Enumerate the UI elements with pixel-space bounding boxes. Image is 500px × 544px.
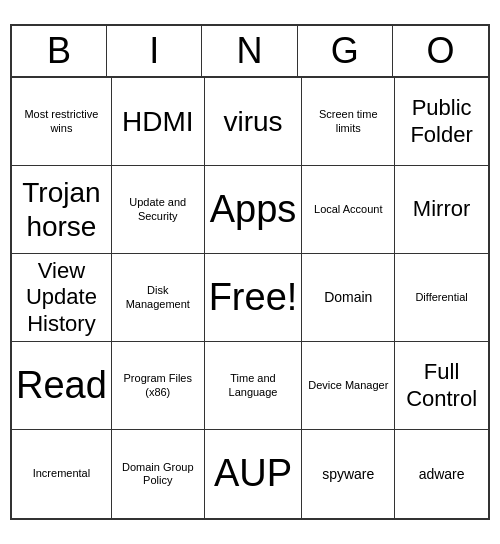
- bingo-cell-text-6: Update and Security: [116, 196, 200, 222]
- bingo-cell-3: Screen time limits: [302, 78, 395, 166]
- bingo-cell-text-0: Most restrictive wins: [16, 108, 107, 134]
- bingo-cell-7: Apps: [205, 166, 303, 254]
- bingo-cell-10: View Update History: [12, 254, 112, 342]
- bingo-cell-text-21: Domain Group Policy: [116, 461, 200, 487]
- bingo-cell-text-3: Screen time limits: [306, 108, 390, 134]
- header-letter-n: N: [202, 26, 297, 76]
- header-letter-o: O: [393, 26, 488, 76]
- bingo-card: BINGO Most restrictive winsHDMIvirusScre…: [10, 24, 490, 520]
- bingo-cell-text-15: Read: [16, 363, 107, 409]
- bingo-grid: Most restrictive winsHDMIvirusScreen tim…: [12, 78, 488, 518]
- bingo-cell-8: Local Account: [302, 166, 395, 254]
- bingo-cell-4: Public Folder: [395, 78, 488, 166]
- bingo-cell-text-24: adware: [419, 466, 465, 483]
- bingo-cell-text-11: Disk Management: [116, 284, 200, 310]
- bingo-cell-15: Read: [12, 342, 112, 430]
- bingo-cell-2: virus: [205, 78, 303, 166]
- bingo-cell-text-22: AUP: [214, 451, 292, 497]
- bingo-cell-11: Disk Management: [112, 254, 205, 342]
- bingo-cell-text-2: virus: [223, 105, 282, 139]
- bingo-cell-text-13: Domain: [324, 289, 372, 306]
- header-letter-i: I: [107, 26, 202, 76]
- bingo-cell-5: Trojan horse: [12, 166, 112, 254]
- bingo-cell-text-14: Differential: [415, 291, 467, 304]
- bingo-cell-12: Free!: [205, 254, 303, 342]
- bingo-cell-text-4: Public Folder: [399, 95, 484, 148]
- bingo-header: BINGO: [12, 26, 488, 78]
- bingo-cell-text-16: Program Files (x86): [116, 372, 200, 398]
- bingo-cell-16: Program Files (x86): [112, 342, 205, 430]
- bingo-cell-9: Mirror: [395, 166, 488, 254]
- bingo-cell-13: Domain: [302, 254, 395, 342]
- bingo-cell-text-20: Incremental: [33, 467, 90, 480]
- bingo-cell-18: Device Manager: [302, 342, 395, 430]
- bingo-cell-text-8: Local Account: [314, 203, 383, 216]
- bingo-cell-20: Incremental: [12, 430, 112, 518]
- bingo-cell-23: spyware: [302, 430, 395, 518]
- bingo-cell-24: adware: [395, 430, 488, 518]
- bingo-cell-22: AUP: [205, 430, 303, 518]
- header-letter-g: G: [298, 26, 393, 76]
- bingo-cell-text-7: Apps: [210, 187, 297, 233]
- bingo-cell-17: Time and Language: [205, 342, 303, 430]
- bingo-cell-6: Update and Security: [112, 166, 205, 254]
- bingo-cell-text-9: Mirror: [413, 196, 470, 222]
- bingo-cell-text-12: Free!: [209, 275, 298, 321]
- bingo-cell-21: Domain Group Policy: [112, 430, 205, 518]
- bingo-cell-text-18: Device Manager: [308, 379, 388, 392]
- bingo-cell-14: Differential: [395, 254, 488, 342]
- bingo-cell-text-10: View Update History: [16, 258, 107, 337]
- bingo-cell-0: Most restrictive wins: [12, 78, 112, 166]
- bingo-cell-1: HDMI: [112, 78, 205, 166]
- bingo-cell-text-23: spyware: [322, 466, 374, 483]
- header-letter-b: B: [12, 26, 107, 76]
- bingo-cell-19: Full Control: [395, 342, 488, 430]
- bingo-cell-text-5: Trojan horse: [16, 176, 107, 243]
- bingo-cell-text-1: HDMI: [122, 105, 194, 139]
- bingo-cell-text-19: Full Control: [399, 359, 484, 412]
- bingo-cell-text-17: Time and Language: [209, 372, 298, 398]
